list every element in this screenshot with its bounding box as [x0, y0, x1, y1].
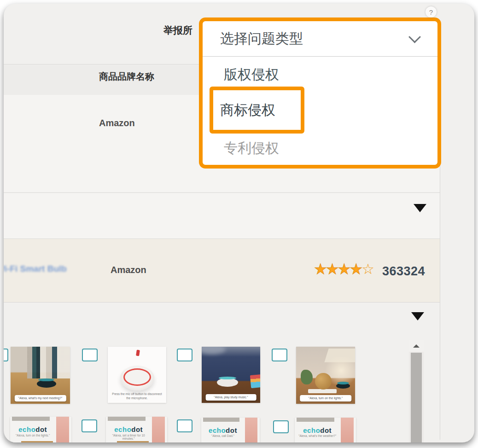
image-checkbox-partial[interactable] — [4, 349, 8, 361]
image-caption: "Alexa, call Dad." — [201, 434, 245, 437]
dropdown-option-patent[interactable]: 专利侵权 — [224, 139, 279, 158]
echo-dot-top-view-icon — [120, 366, 154, 390]
image-caption: "Alexa, what's the weather?" — [295, 434, 340, 437]
issue-type-select[interactable]: 选择问题类型 — [203, 21, 437, 57]
issue-type-dropdown-panel: 选择问题类型 版权侵权 商标侵权 专利侵权 — [199, 17, 441, 169]
logo-echo: echo — [209, 426, 226, 434]
product-title-link[interactable]: Wi-Fi Smart Bulb — [4, 264, 67, 274]
red-accent-decor — [136, 350, 140, 356]
review-count: 363324 — [382, 264, 425, 279]
arm-decor — [245, 418, 257, 442]
scroll-up-button[interactable] — [409, 340, 424, 352]
listing-brand: Amazon — [111, 265, 146, 275]
gray-strip-decor — [203, 418, 239, 422]
image-checkbox[interactable] — [82, 419, 97, 432]
dropdown-option-trademark[interactable]: 商标侵权 — [213, 90, 301, 130]
image-caption: Press the mic off button to disconnect t… — [111, 392, 163, 400]
books-decor — [250, 374, 260, 388]
logo-dot: dot — [35, 425, 47, 433]
logo-dot: dot — [226, 426, 237, 434]
product-image-thumbnail[interactable]: "Alexa, what's my next meeting?" — [11, 347, 70, 404]
option-highlight-box: 商标侵权 — [210, 87, 304, 134]
dropdown-option-copyright[interactable]: 版权侵权 — [224, 65, 279, 84]
collapse-triangle-icon-2[interactable] — [411, 312, 424, 320]
image-checkbox[interactable] — [82, 349, 98, 361]
brand-cell: Amazon — [99, 118, 135, 128]
image-checkbox[interactable] — [272, 349, 287, 361]
echo-dot-logo: echodot — [201, 426, 245, 434]
bookshelf-decor — [27, 347, 70, 378]
gray-strip-decor — [297, 418, 334, 422]
collapsed-section-band — [4, 192, 440, 239]
image-checkbox[interactable] — [177, 419, 192, 432]
brand-column-header: 商品品牌名称 — [99, 70, 154, 83]
plant-decor — [301, 370, 313, 384]
echo-dot-logo: echodot — [106, 425, 151, 433]
gray-strip-decor — [12, 417, 50, 421]
table-decor — [21, 441, 53, 442]
help-icon[interactable]: ? — [426, 6, 437, 17]
image-caption: "Alexa, set a timer for 10 minutes." — [106, 434, 151, 440]
collapse-triangle-icon-1[interactable] — [414, 204, 426, 212]
logo-echo: echo — [303, 426, 320, 434]
product-image-thumbnail[interactable]: "Alexa, play study music." — [202, 347, 260, 403]
speech-bubble: "Alexa, what's my next meeting?" — [14, 395, 66, 401]
gallery-scrollbar[interactable] — [409, 340, 424, 442]
star-icon: ★ — [350, 261, 361, 277]
gray-strip-decor — [108, 417, 146, 421]
product-image-thumbnail[interactable]: echodot "Alexa, set a timer for 10 minut… — [106, 417, 167, 442]
issue-type-selected-value: 选择问题类型 — [220, 29, 303, 48]
cloud-decor — [202, 347, 226, 354]
logo-echo: echo — [114, 425, 131, 433]
echo-dot-logo: echodot — [10, 425, 55, 433]
star-icon: ★ — [326, 261, 338, 277]
report-field-label: 举报所 — [163, 24, 192, 37]
star-icon: ☆ — [361, 261, 373, 277]
image-caption: "Alexa, turn on the lights." — [10, 434, 55, 437]
scroll-up-arrow-icon — [413, 344, 420, 348]
product-image-thumbnail[interactable]: "Alexa, turn on the lights." — [296, 347, 355, 404]
logo-dot: dot — [320, 426, 332, 434]
star-icon: ★ — [338, 261, 350, 277]
chevron-down-icon — [408, 30, 421, 43]
echo-dot-device-icon — [336, 383, 350, 389]
echo-dot-device-icon — [217, 378, 238, 387]
star-icon: ★ — [314, 261, 326, 277]
product-image-thumbnail[interactable]: echodot "Alexa, call Dad." — [201, 418, 260, 442]
star-rating: ★★★★☆ — [314, 262, 373, 277]
image-checkbox[interactable] — [177, 349, 192, 361]
scrollbar-thumb[interactable] — [411, 353, 422, 442]
listing-row-band — [4, 239, 440, 303]
report-panel-card: ? 举报所 商品品牌名称 Amazon Wi-Fi Smart Bulb Ama… — [4, 4, 474, 442]
product-image-thumbnail[interactable]: echodot "Alexa, what's the weather?" — [295, 418, 356, 442]
book-decor — [308, 389, 337, 393]
table-decor — [117, 441, 149, 442]
echo-dot-logo: echodot — [295, 426, 340, 434]
logo-dot: dot — [131, 425, 143, 433]
speech-bubble: "Alexa, play study music." — [205, 394, 256, 401]
logo-echo: echo — [18, 425, 35, 433]
product-image-thumbnail[interactable]: echodot "Alexa, turn on the lights." — [10, 417, 71, 442]
image-checkbox[interactable] — [273, 420, 289, 433]
arm-decor — [341, 418, 354, 442]
echo-dot-device-icon — [37, 380, 56, 388]
speech-bubble: "Alexa, turn on the lights." — [300, 395, 351, 401]
arm-decor — [56, 417, 69, 442]
screenshot-stage: ? 举报所 商品品牌名称 Amazon Wi-Fi Smart Bulb Ama… — [0, 0, 478, 448]
wooden-ball-decor — [315, 373, 332, 390]
product-image-thumbnail[interactable]: Press the mic off button to disconnect t… — [108, 347, 166, 403]
arm-decor — [152, 417, 165, 442]
